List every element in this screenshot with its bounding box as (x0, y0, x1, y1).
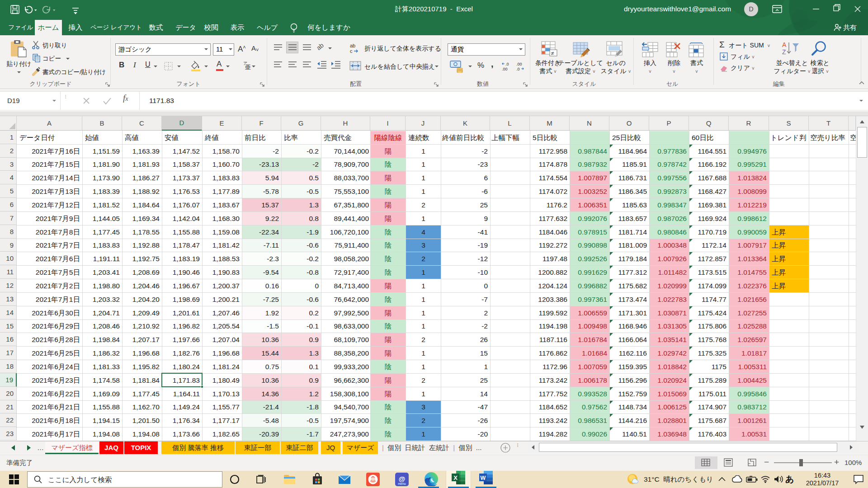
svg-text:X: X (453, 474, 458, 481)
svg-text:c: c (350, 48, 353, 54)
svg-text:…: … (37, 444, 44, 451)
svg-text:menu: menu (398, 482, 406, 485)
svg-text:.0: .0 (505, 62, 509, 66)
svg-text:W: W (481, 475, 486, 481)
svg-text:ab: ab (350, 43, 355, 48)
svg-text:@: @ (399, 475, 406, 483)
svg-text:.00: .00 (502, 67, 508, 71)
svg-text:Z: Z (782, 48, 786, 56)
svg-text:≠: ≠ (551, 50, 554, 56)
svg-text:.0: .0 (516, 67, 520, 71)
svg-text:.00: .00 (516, 62, 522, 66)
svg-text:A: A (782, 41, 787, 48)
